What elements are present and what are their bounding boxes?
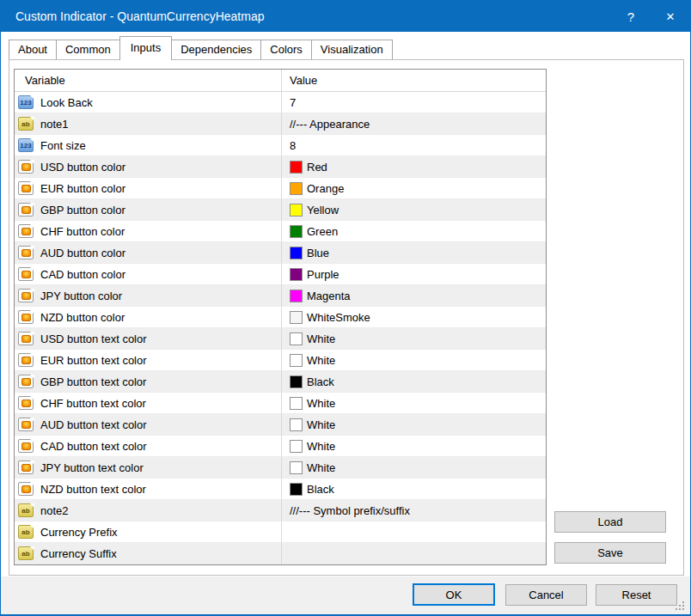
color-doc-chip	[21, 378, 31, 386]
param-value-cell[interactable]: White	[282, 414, 546, 436]
param-value: White	[307, 418, 335, 431]
param-value: White	[307, 440, 335, 453]
param-name: NZD button color	[40, 311, 125, 324]
table-row[interactable]: GBP button text color Black	[15, 371, 546, 393]
param-value-cell[interactable]: ///--- Symbol prefix/suffix	[282, 500, 546, 521]
resize-grip-icon[interactable]	[682, 601, 684, 603]
param-value-cell[interactable]: Black	[282, 479, 546, 500]
param-value-cell[interactable]: 8	[282, 135, 546, 156]
table-header-row: Variable Value	[15, 70, 546, 92]
param-name: note2	[40, 504, 69, 517]
color-swatch	[290, 290, 303, 302]
table-row[interactable]: CAD button text color White	[15, 436, 546, 457]
color-doc-chip	[21, 292, 31, 300]
integer-icon: 123	[18, 138, 34, 152]
table-row[interactable]: AUD button color Blue	[15, 242, 546, 264]
color-icon	[18, 267, 34, 281]
cancel-button[interactable]: Cancel	[505, 584, 587, 606]
column-header-variable[interactable]: Variable	[15, 70, 282, 92]
tab-visualization[interactable]: Visualization	[311, 40, 393, 59]
string-icon: ab	[18, 546, 34, 560]
param-value-cell[interactable]: White	[282, 457, 546, 479]
table-row[interactable]: JPY button text color White	[15, 457, 546, 479]
param-value-cell[interactable]: White	[282, 350, 546, 371]
color-icon	[18, 418, 34, 431]
param-value-cell[interactable]: Green	[282, 221, 546, 242]
string-icon: ab	[18, 117, 34, 131]
table-row[interactable]: ab note1 //--- Appearance	[15, 113, 546, 135]
string-icon: ab	[18, 525, 34, 539]
table-row[interactable]: NZD button color WhiteSmoke	[15, 307, 546, 328]
color-doc-chip	[21, 249, 31, 257]
column-header-value[interactable]: Value	[282, 70, 546, 92]
param-value-cell[interactable]: White	[282, 328, 546, 350]
tab-inputs[interactable]: Inputs	[119, 36, 172, 60]
table-row[interactable]: 123 Font size 8	[15, 135, 546, 156]
tab-common[interactable]: Common	[56, 40, 120, 59]
param-value: Green	[307, 225, 338, 238]
param-value-cell[interactable]	[282, 543, 546, 564]
param-value-cell[interactable]	[282, 521, 546, 543]
param-name: AUD button text color	[40, 418, 147, 431]
param-name: USD button text color	[40, 332, 147, 345]
table-row[interactable]: GBP button color Yellow	[15, 199, 546, 221]
color-swatch	[290, 247, 303, 259]
color-icon	[18, 353, 34, 367]
tab-bar: About Common Inputs Dependencies Colors …	[9, 36, 392, 59]
param-value: Red	[307, 161, 327, 174]
table-row[interactable]: ab Currency Prefix	[15, 521, 546, 543]
parameters-table: Variable Value 123 Look Back 7 ab note1 …	[14, 69, 547, 565]
param-value-cell[interactable]: Yellow	[282, 199, 546, 221]
table-row[interactable]: USD button color Red	[15, 156, 546, 178]
table-row[interactable]: EUR button color Orange	[15, 178, 546, 199]
param-value-cell[interactable]: //--- Appearance	[282, 113, 546, 135]
table-row[interactable]: CHF button color Green	[15, 221, 546, 242]
table-row[interactable]: NZD button text color Black	[15, 479, 546, 500]
color-swatch	[290, 375, 303, 388]
param-name: GBP button color	[40, 204, 125, 217]
color-icon	[18, 160, 34, 174]
tab-dependencies[interactable]: Dependencies	[171, 40, 261, 59]
close-button[interactable]: ✕	[651, 1, 690, 32]
table-row[interactable]: EUR button text color White	[15, 350, 546, 371]
param-value: Blue	[307, 247, 329, 259]
param-value-cell[interactable]: Orange	[282, 178, 546, 199]
save-button[interactable]: Save	[554, 542, 666, 564]
param-value-cell[interactable]: Magenta	[282, 285, 546, 307]
param-value: White	[307, 397, 335, 410]
table-row[interactable]: CHF button text color White	[15, 393, 546, 414]
param-value-cell[interactable]: Black	[282, 371, 546, 393]
color-icon	[18, 203, 34, 217]
table-row[interactable]: ab note2 ///--- Symbol prefix/suffix	[15, 500, 546, 521]
param-name: Font size	[40, 139, 86, 152]
table-row[interactable]: ab Currency Suffix	[15, 543, 546, 564]
table-row[interactable]: 123 Look Back 7	[15, 92, 546, 113]
color-icon	[18, 289, 34, 302]
color-icon	[18, 375, 34, 388]
table-row[interactable]: AUD button text color White	[15, 414, 546, 436]
param-value-cell[interactable]: WhiteSmoke	[282, 307, 546, 328]
table-row[interactable]: USD button text color White	[15, 328, 546, 350]
tab-about[interactable]: About	[9, 40, 57, 59]
table-row[interactable]: CAD button color Purple	[15, 264, 546, 285]
reset-button[interactable]: Reset	[596, 584, 677, 606]
param-name: note1	[40, 118, 69, 131]
color-doc-chip	[21, 228, 31, 235]
help-button[interactable]: ?	[611, 1, 651, 32]
param-value-cell[interactable]: White	[282, 393, 546, 414]
close-icon: ✕	[666, 10, 676, 23]
param-value-cell[interactable]: Red	[282, 156, 546, 178]
load-button[interactable]: Load	[554, 511, 666, 533]
color-swatch	[290, 332, 303, 345]
string-icon: ab	[18, 503, 34, 517]
table-row[interactable]: JPY button color Magenta	[15, 285, 546, 307]
param-name: EUR button text color	[40, 354, 147, 367]
param-value-cell[interactable]: 7	[282, 92, 546, 113]
param-value: ///--- Symbol prefix/suffix	[290, 504, 410, 517]
color-doc-chip	[21, 399, 31, 407]
tab-colors[interactable]: Colors	[260, 40, 312, 59]
param-value-cell[interactable]: Blue	[282, 242, 546, 264]
param-value-cell[interactable]: Purple	[282, 264, 546, 285]
param-value-cell[interactable]: White	[282, 436, 546, 457]
ok-button[interactable]: OK	[413, 583, 495, 606]
